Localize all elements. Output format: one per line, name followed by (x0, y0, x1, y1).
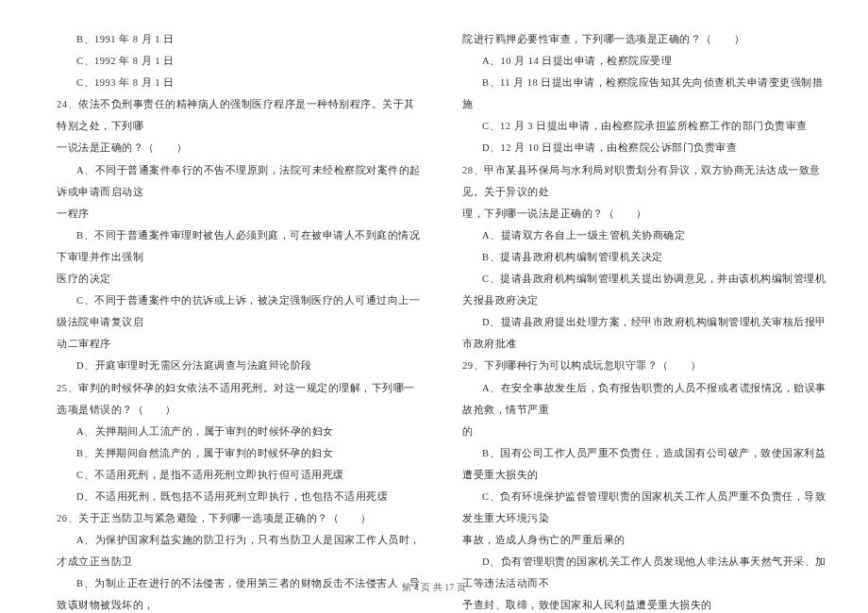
page-container: B、1991 年 8 月 1 日C、1992 年 8 月 1 日C、1993 年… (0, 0, 868, 566)
text-line: C、1992 年 8 月 1 日 (57, 50, 425, 72)
text-line: 25、审判的时候怀孕的妇女依法不适用死刑。对这一规定的理解，下列哪一选项是错误的… (57, 377, 425, 421)
left-column: B、1991 年 8 月 1 日C、1992 年 8 月 1 日C、1993 年… (57, 28, 425, 528)
text-line: 一程序 (57, 203, 425, 224)
text-line: D、提请县政府提出处理方案，经甲市政府机构编制管理机关审核后报甲市政府批准 (462, 311, 830, 355)
text-line: 的 (462, 421, 830, 442)
text-line: 予查封、取缔，致使国家和人民利益遭受重大损失的 (462, 594, 830, 613)
text-line: C、负有环境保护监督管理职责的国家机关工作人员严重不负责任，导致发生重大环境污染 (462, 486, 830, 529)
text-line: A、为保护国家利益实施的防卫行为，只有当防卫人是国家工作人员时，才成立正当防卫 (57, 529, 425, 572)
text-line: 26、关于正当防卫与紧急避险，下列哪一选项是正确的？（ ） (57, 507, 425, 529)
text-line: B、11 月 18 日提出申请，检察院应告知其先向侦查机关申请变更强制措施 (462, 72, 830, 115)
text-line: 24、依法不负刑事责任的精神病人的强制医疗程序是一种特别程序。关于其特别之处，下… (57, 93, 425, 137)
text-line: C、1993 年 8 月 1 日 (57, 72, 425, 93)
page-number: 第 4 页 共 17 页 (402, 582, 466, 592)
text-line: B、不同于普通案件审理时被告人必须到庭，可在被申请人不到庭的情况下审理并作出强制 (57, 224, 425, 268)
text-line: C、不同于普通案件中的抗诉或上诉，被决定强制医疗的人可通过向上一级法院申请复议启 (57, 290, 425, 333)
right-column: 院进行羁押必要性审查，下列哪一选项是正确的？（ ）A、10 月 14 日提出申请… (462, 28, 830, 528)
text-line: B、国有公司工作人员严重不负责任，造成国有公司破产，致使国家利益遭受重大损失的 (462, 442, 830, 486)
text-line: C、提请县政府机构编制管理机关提出协调意见，并由该机构编制管理机关报县政府决定 (462, 268, 830, 311)
text-line: 事故，造成人身伤亡的严重后果的 (462, 529, 830, 551)
text-line: 医疗的决定 (57, 268, 425, 290)
text-line: 28、甲市某县环保局与水利局对职责划分有异议，双方协商无法达成一致意见。关于异议… (462, 159, 830, 203)
text-line: C、不适用死刑，是指不适用死刑立即执行但可适用死缓 (57, 464, 425, 486)
text-line: 一说法是正确的？（ ） (57, 137, 425, 158)
text-line: A、关押期间人工流产的，属于审判的时候怀孕的妇女 (57, 421, 425, 442)
text-line: 29、下列哪种行为可以构成玩忽职守罪？（ ） (462, 355, 830, 376)
text-line: A、10 月 14 日提出申请，检察院应受理 (462, 50, 830, 72)
text-line: B、关押期间自然流产的，属于审判的时候怀孕的妇女 (57, 442, 425, 464)
text-line: 理，下列哪一说法是正确的？（ ） (462, 203, 830, 224)
text-line: 院进行羁押必要性审查，下列哪一选项是正确的？（ ） (462, 28, 830, 50)
text-line: C、12 月 3 日提出申请，由检察院承担监所检察工作的部门负责审查 (462, 115, 830, 137)
page-footer: 第 4 页 共 17 页 (0, 581, 868, 594)
text-line: A、不同于普通案件奉行的不告不理原则，法院可未经检察院对案件的起诉或申请而启动这 (57, 159, 425, 203)
text-line: D、12 月 10 日提出申请，由检察院公诉部门负责审查 (462, 137, 830, 158)
text-line: A、提请双方各自上一级主管机关协商确定 (462, 224, 830, 246)
text-line: B、提请县政府机构编制管理机关决定 (462, 246, 830, 268)
text-line: 动二审程序 (57, 333, 425, 355)
text-line: B、1991 年 8 月 1 日 (57, 28, 425, 50)
text-line: A、在安全事故发生后，负有报告职责的人员不报或者谎报情况，贻误事故抢救，情节严重 (462, 377, 830, 421)
text-line: D、不适用死刑，既包括不适用死刑立即执行，也包括不适用死缓 (57, 486, 425, 507)
text-line: D、开庭审理时无需区分法庭调查与法庭辩论阶段 (57, 355, 425, 376)
